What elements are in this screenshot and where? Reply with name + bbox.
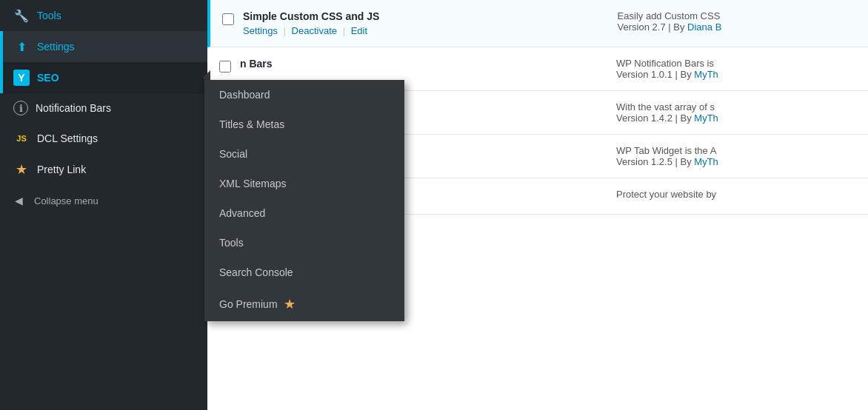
dcl-settings-icon: JS — [13, 130, 30, 147]
sidebar-item-pretty-link[interactable]: ★ Pretty Link — [0, 154, 207, 185]
plugin-meta-tab-widget: WP Tab Widget is the A Version 1.2.5 | B… — [601, 145, 856, 167]
author-link-tab-widget[interactable]: MyTh — [694, 156, 718, 167]
author-link-notification-bars[interactable]: MyTh — [694, 69, 718, 80]
settings-icon: ⬆ — [13, 38, 30, 55]
plugin-name-notification-bars: n Bars — [240, 58, 592, 70]
plugin-meta-wps-hide-login: Protect your website by — [601, 189, 856, 200]
dropdown-item-go-premium[interactable]: Go Premium ★ — [204, 287, 404, 321]
plugin-name-simple-custom-css-js: Simple Custom CSS and JS — [243, 10, 594, 22]
settings-label: Settings — [37, 41, 75, 53]
separator-1: | — [284, 25, 289, 36]
separator-2: | — [343, 25, 348, 36]
go-premium-label: Go Premium — [219, 298, 278, 310]
plugin-info-notification-bars: n Bars — [240, 58, 592, 73]
collapse-icon: ◀ — [10, 192, 27, 209]
dcl-settings-label: DCL Settings — [37, 132, 98, 144]
plugin-checkbox-simple-custom-css-js[interactable] — [222, 13, 234, 25]
seo-dropdown-menu: Dashboard Titles & Metas Social XML Site… — [204, 80, 404, 321]
sidebar-item-tools[interactable]: 🔧 Tools — [0, 0, 207, 31]
sidebar-item-seo[interactable]: Y SEO — [0, 62, 207, 93]
dropdown-item-tools[interactable]: Tools — [204, 228, 404, 258]
sidebar: 🔧 Tools ⬆ Settings Y SEO Dashboard Title… — [0, 0, 207, 410]
dropdown-item-advanced[interactable]: Advanced — [204, 198, 404, 228]
premium-star-icon: ★ — [284, 296, 296, 312]
plugin-description-mythemeshop: With the vast array of s — [616, 101, 856, 112]
plugin-meta-notification-bars: WP Notification Bars is Version 1.0.1 | … — [601, 58, 856, 80]
plugin-version-notification-bars: Version 1.0.1 | By MyTh — [616, 69, 856, 80]
settings-link-simple-custom-css-js[interactable]: Settings — [243, 25, 278, 36]
plugin-checkbox-notification-bars[interactable] — [219, 61, 231, 73]
dropdown-item-search-console[interactable]: Search Console — [204, 258, 404, 287]
plugin-meta-mythemeshop: With the vast array of s Version 1.4.2 |… — [601, 101, 856, 124]
sidebar-item-notification-bars[interactable]: ℹ Notification Bars — [0, 93, 207, 123]
dropdown-item-social[interactable]: Social — [204, 139, 404, 169]
dropdown-item-titles-metas[interactable]: Titles & Metas — [204, 110, 404, 139]
plugin-description-wps-hide-login: Protect your website by — [616, 189, 856, 200]
sidebar-item-dcl-settings[interactable]: JS DCL Settings — [0, 123, 207, 154]
plugin-actions-simple-custom-css-js: Settings | Deactivate | Edit — [243, 25, 594, 36]
edit-link-simple-custom-css-js[interactable]: Edit — [351, 25, 367, 36]
seo-yoast-icon: Y — [13, 70, 30, 86]
dropdown-item-dashboard[interactable]: Dashboard — [204, 80, 404, 110]
notification-bars-icon: ℹ — [13, 101, 28, 115]
collapse-menu[interactable]: ◀ Collapse menu — [0, 185, 207, 216]
plugin-row-simple-custom-css-js: Simple Custom CSS and JS Settings | Deac… — [207, 0, 868, 47]
plugin-version-mythemeshop: Version 1.4.2 | By MyTh — [616, 112, 856, 124]
plugin-info-simple-custom-css-js: Simple Custom CSS and JS Settings | Deac… — [243, 10, 594, 36]
plugin-version-tab-widget: Version 1.2.5 | By MyTh — [616, 156, 856, 167]
deactivate-link-simple-custom-css-js[interactable]: Deactivate — [292, 25, 337, 36]
tools-icon: 🔧 — [13, 7, 30, 24]
tools-label: Tools — [37, 10, 61, 21]
pretty-link-icon: ★ — [13, 161, 30, 178]
plugin-version-simple-custom-css-js: Version 2.7 | By Diana B — [618, 21, 856, 33]
author-link-mythemeshop[interactable]: MyTh — [694, 112, 718, 124]
sidebar-item-settings[interactable]: ⬆ Settings — [0, 31, 207, 62]
plugin-description-notification-bars: WP Notification Bars is — [616, 58, 856, 69]
author-link-simple-custom-css-js[interactable]: Diana B — [687, 21, 721, 33]
seo-label: SEO — [37, 72, 59, 84]
pretty-link-label: Pretty Link — [37, 164, 86, 175]
plugin-description-simple-custom-css-js: Easily add Custom CSS — [618, 10, 856, 21]
plugin-meta-simple-custom-css-js: Easily add Custom CSS Version 2.7 | By D… — [603, 10, 856, 33]
dropdown-item-xml-sitemaps[interactable]: XML Sitemaps — [204, 169, 404, 198]
collapse-label: Collapse menu — [34, 195, 99, 206]
plugin-description-tab-widget: WP Tab Widget is the A — [616, 145, 856, 156]
notification-bars-label: Notification Bars — [36, 102, 111, 114]
